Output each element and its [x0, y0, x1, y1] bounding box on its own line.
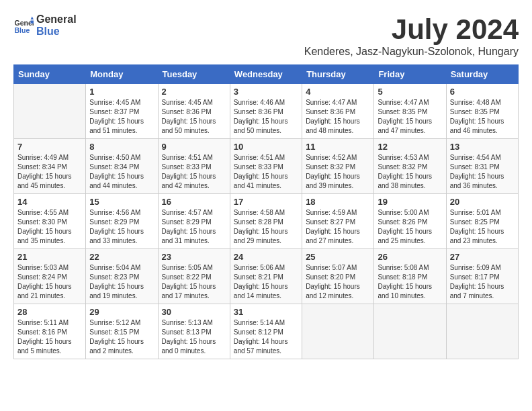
- day-info: Sunrise: 5:00 AMSunset: 8:26 PMDaylight:…: [378, 208, 442, 246]
- day-number: 14: [17, 197, 82, 207]
- day-info: Sunrise: 4:52 AMSunset: 8:32 PMDaylight:…: [306, 153, 370, 191]
- day-info: Sunrise: 4:53 AMSunset: 8:32 PMDaylight:…: [378, 153, 442, 191]
- day-number: 4: [306, 87, 370, 97]
- calendar-cell: 11Sunrise: 4:52 AMSunset: 8:32 PMDayligh…: [302, 139, 374, 194]
- calendar-cell: 12Sunrise: 4:53 AMSunset: 8:32 PMDayligh…: [374, 139, 446, 194]
- svg-text:Blue: Blue: [15, 26, 30, 34]
- day-info: Sunrise: 5:06 AMSunset: 8:21 PMDaylight:…: [234, 263, 298, 301]
- calendar-cell: 14Sunrise: 4:55 AMSunset: 8:30 PMDayligh…: [14, 194, 86, 249]
- logo: General Blue General Blue: [13, 13, 77, 37]
- day-number: 22: [89, 252, 154, 262]
- calendar-cell: 2Sunrise: 4:45 AMSunset: 8:36 PMDaylight…: [158, 84, 230, 139]
- day-number: 12: [378, 142, 442, 152]
- day-number: 25: [306, 252, 370, 262]
- month-title: July 2024: [304, 13, 519, 46]
- calendar-cell: 21Sunrise: 5:03 AMSunset: 8:24 PMDayligh…: [14, 249, 86, 304]
- calendar-cell: 10Sunrise: 4:51 AMSunset: 8:33 PMDayligh…: [230, 139, 302, 194]
- day-number: 8: [89, 142, 154, 152]
- day-number: 9: [162, 142, 226, 152]
- calendar-cell: [446, 304, 518, 359]
- day-number: 6: [450, 87, 515, 97]
- calendar-cell: 17Sunrise: 4:58 AMSunset: 8:28 PMDayligh…: [230, 194, 302, 249]
- day-info: Sunrise: 5:01 AMSunset: 8:25 PMDaylight:…: [450, 208, 515, 246]
- day-info: Sunrise: 5:08 AMSunset: 8:18 PMDaylight:…: [378, 263, 442, 301]
- calendar-cell: 31Sunrise: 5:14 AMSunset: 8:12 PMDayligh…: [230, 304, 302, 359]
- day-number: 13: [450, 142, 515, 152]
- day-info: Sunrise: 4:49 AMSunset: 8:34 PMDaylight:…: [17, 153, 82, 191]
- week-row-1: 7Sunrise: 4:49 AMSunset: 8:34 PMDaylight…: [14, 139, 519, 194]
- day-info: Sunrise: 4:47 AMSunset: 8:35 PMDaylight:…: [378, 98, 442, 136]
- day-info: Sunrise: 5:04 AMSunset: 8:23 PMDaylight:…: [89, 263, 154, 301]
- day-number: 17: [234, 197, 298, 207]
- day-number: 18: [306, 197, 370, 207]
- calendar-cell: 4Sunrise: 4:47 AMSunset: 8:36 PMDaylight…: [302, 84, 374, 139]
- day-info: Sunrise: 4:46 AMSunset: 8:36 PMDaylight:…: [234, 98, 298, 136]
- day-number: 31: [234, 307, 298, 317]
- day-number: 20: [450, 197, 515, 207]
- day-info: Sunrise: 4:58 AMSunset: 8:28 PMDaylight:…: [234, 208, 298, 246]
- calendar-cell: 24Sunrise: 5:06 AMSunset: 8:21 PMDayligh…: [230, 249, 302, 304]
- header-monday: Monday: [86, 65, 158, 84]
- day-info: Sunrise: 5:09 AMSunset: 8:17 PMDaylight:…: [450, 263, 515, 301]
- day-info: Sunrise: 4:59 AMSunset: 8:27 PMDaylight:…: [306, 208, 370, 246]
- day-info: Sunrise: 4:45 AMSunset: 8:37 PMDaylight:…: [89, 98, 154, 136]
- week-row-2: 14Sunrise: 4:55 AMSunset: 8:30 PMDayligh…: [14, 194, 519, 249]
- header-wednesday: Wednesday: [230, 65, 302, 84]
- day-info: Sunrise: 5:07 AMSunset: 8:20 PMDaylight:…: [306, 263, 370, 301]
- calendar-cell: 16Sunrise: 4:57 AMSunset: 8:29 PMDayligh…: [158, 194, 230, 249]
- day-number: 28: [17, 307, 82, 317]
- calendar-cell: 7Sunrise: 4:49 AMSunset: 8:34 PMDaylight…: [14, 139, 86, 194]
- calendar-cell: [374, 304, 446, 359]
- calendar-table: SundayMondayTuesdayWednesdayThursdayFrid…: [13, 64, 519, 359]
- day-number: 27: [450, 252, 515, 262]
- header-friday: Friday: [374, 65, 446, 84]
- day-number: 23: [162, 252, 226, 262]
- day-number: 16: [162, 197, 226, 207]
- calendar-cell: 26Sunrise: 5:08 AMSunset: 8:18 PMDayligh…: [374, 249, 446, 304]
- calendar-cell: 9Sunrise: 4:51 AMSunset: 8:33 PMDaylight…: [158, 139, 230, 194]
- calendar-cell: 5Sunrise: 4:47 AMSunset: 8:35 PMDaylight…: [374, 84, 446, 139]
- day-number: 26: [378, 252, 442, 262]
- day-info: Sunrise: 5:12 AMSunset: 8:15 PMDaylight:…: [89, 318, 154, 356]
- calendar-cell: [302, 304, 374, 359]
- day-number: 30: [162, 307, 226, 317]
- day-number: 24: [234, 252, 298, 262]
- logo-blue: Blue: [36, 26, 77, 38]
- day-info: Sunrise: 4:51 AMSunset: 8:33 PMDaylight:…: [234, 153, 298, 191]
- day-info: Sunrise: 4:55 AMSunset: 8:30 PMDaylight:…: [17, 208, 82, 246]
- day-info: Sunrise: 5:11 AMSunset: 8:16 PMDaylight:…: [17, 318, 82, 356]
- day-info: Sunrise: 4:50 AMSunset: 8:34 PMDaylight:…: [89, 153, 154, 191]
- day-number: 10: [234, 142, 298, 152]
- day-number: 11: [306, 142, 370, 152]
- header-sunday: Sunday: [14, 65, 86, 84]
- day-info: Sunrise: 5:14 AMSunset: 8:12 PMDaylight:…: [234, 318, 298, 356]
- svg-marker-3: [31, 20, 34, 24]
- day-info: Sunrise: 4:57 AMSunset: 8:29 PMDaylight:…: [162, 208, 226, 246]
- day-number: 15: [89, 197, 154, 207]
- day-info: Sunrise: 4:51 AMSunset: 8:33 PMDaylight:…: [162, 153, 226, 191]
- day-info: Sunrise: 4:47 AMSunset: 8:36 PMDaylight:…: [306, 98, 370, 136]
- day-number: 7: [17, 142, 82, 152]
- calendar-cell: 28Sunrise: 5:11 AMSunset: 8:16 PMDayligh…: [14, 304, 86, 359]
- calendar-cell: 20Sunrise: 5:01 AMSunset: 8:25 PMDayligh…: [446, 194, 518, 249]
- calendar-cell: 30Sunrise: 5:13 AMSunset: 8:13 PMDayligh…: [158, 304, 230, 359]
- day-number: 3: [234, 87, 298, 97]
- week-row-0: 1Sunrise: 4:45 AMSunset: 8:37 PMDaylight…: [14, 84, 519, 139]
- header-tuesday: Tuesday: [158, 65, 230, 84]
- day-info: Sunrise: 5:05 AMSunset: 8:22 PMDaylight:…: [162, 263, 226, 301]
- logo-general: General: [36, 13, 77, 26]
- location-title: Kenderes, Jasz-Nagykun-Szolonok, Hungary: [304, 46, 519, 58]
- title-section: July 2024 Kenderes, Jasz-Nagykun-Szolono…: [304, 13, 519, 58]
- header-saturday: Saturday: [446, 65, 518, 84]
- calendar-cell: [14, 84, 86, 139]
- day-info: Sunrise: 5:03 AMSunset: 8:24 PMDaylight:…: [17, 263, 82, 301]
- logo-icon: General Blue: [13, 15, 34, 36]
- day-info: Sunrise: 4:45 AMSunset: 8:36 PMDaylight:…: [162, 98, 226, 136]
- day-number: 5: [378, 87, 442, 97]
- calendar-cell: 19Sunrise: 5:00 AMSunset: 8:26 PMDayligh…: [374, 194, 446, 249]
- day-info: Sunrise: 4:48 AMSunset: 8:35 PMDaylight:…: [450, 98, 515, 136]
- calendar-cell: 8Sunrise: 4:50 AMSunset: 8:34 PMDaylight…: [86, 139, 158, 194]
- calendar-cell: 3Sunrise: 4:46 AMSunset: 8:36 PMDaylight…: [230, 84, 302, 139]
- calendar-cell: 18Sunrise: 4:59 AMSunset: 8:27 PMDayligh…: [302, 194, 374, 249]
- calendar-cell: 22Sunrise: 5:04 AMSunset: 8:23 PMDayligh…: [86, 249, 158, 304]
